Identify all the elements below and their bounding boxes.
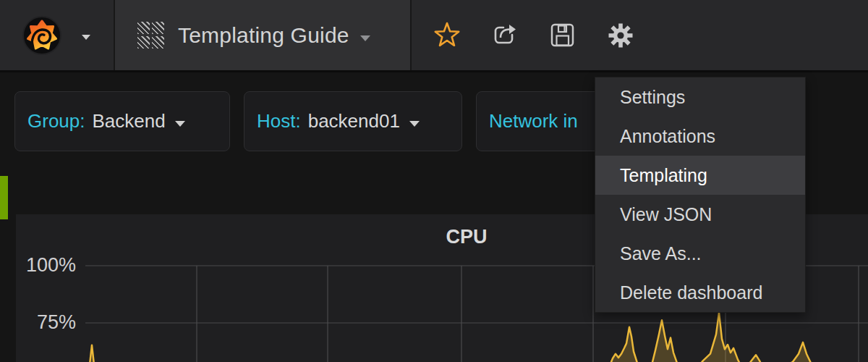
dashboard-grid-icon [137, 22, 164, 49]
menu-item-settings[interactable]: Settings [595, 77, 805, 117]
y-axis-label-75: 75% [16, 311, 76, 334]
star-button[interactable] [430, 14, 464, 57]
settings-button[interactable] [603, 14, 638, 57]
dashboard-settings-menu: Settings Annotations Templating View JSO… [595, 77, 806, 313]
navbar-actions [412, 0, 868, 70]
variable-dropdown-group[interactable]: Group: Backend [14, 91, 230, 151]
navbar: Templating Guide [0, 0, 868, 72]
menu-item-delete-dashboard[interactable]: Delete dashboard [595, 273, 805, 312]
menu-item-save-as[interactable]: Save As... [595, 234, 805, 273]
chevron-down-icon [82, 35, 90, 40]
save-icon [550, 23, 575, 48]
gear-icon [608, 23, 633, 48]
variable-label: Network in [489, 110, 578, 132]
chevron-down-icon [360, 35, 370, 41]
grafana-logo-icon [22, 16, 61, 55]
dashboard-title: Templating Guide [178, 23, 349, 48]
save-button[interactable] [545, 14, 580, 57]
menu-item-annotations[interactable]: Annotations [595, 117, 805, 156]
row-menu-bar[interactable] [0, 176, 8, 219]
logo-menu-button[interactable] [0, 0, 114, 70]
y-axis-label-100: 100% [16, 254, 76, 277]
menu-item-view-json[interactable]: View JSON [595, 195, 805, 234]
menu-item-templating[interactable]: Templating [595, 156, 805, 195]
chevron-down-icon [409, 121, 420, 127]
chevron-down-icon [175, 121, 185, 127]
dashboard-title-button[interactable]: Templating Guide [114, 0, 412, 70]
share-icon [492, 22, 518, 49]
variable-value: Backend [93, 110, 166, 132]
star-icon [433, 22, 461, 49]
variable-dropdown-host[interactable]: Host: backend01 [244, 91, 462, 151]
variable-label: Host: [257, 110, 301, 132]
grafana-dashboard: Templating Guide [0, 0, 868, 362]
variable-label: Group: [27, 110, 85, 132]
variable-value: backend01 [308, 110, 400, 132]
share-button[interactable] [488, 14, 522, 57]
